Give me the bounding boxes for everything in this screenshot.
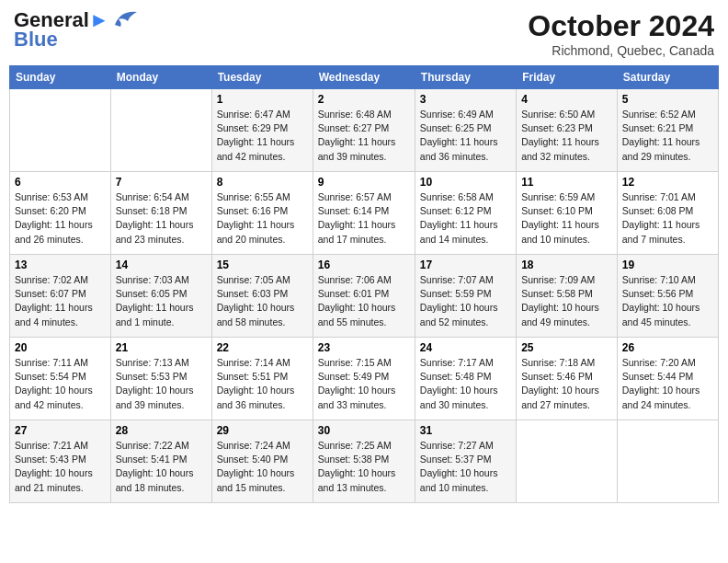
day-number: 3 <box>420 93 511 106</box>
day-number: 21 <box>116 341 207 354</box>
day-info: Sunrise: 7:01 AMSunset: 6:08 PMDaylight:… <box>622 190 713 247</box>
title-block: October 2024 Richmond, Quebec, Canada <box>528 9 714 58</box>
calendar-cell: 21 Sunrise: 7:13 AMSunset: 5:53 PMDaylig… <box>110 338 211 420</box>
day-number: 1 <box>217 93 308 106</box>
calendar-cell: 18 Sunrise: 7:09 AMSunset: 5:58 PMDaylig… <box>517 255 618 338</box>
calendar-cell: 14 Sunrise: 7:03 AMSunset: 6:05 PMDaylig… <box>110 255 211 338</box>
calendar-week-5: 27 Sunrise: 7:21 AMSunset: 5:43 PMDaylig… <box>10 420 719 503</box>
day-info: Sunrise: 6:52 AMSunset: 6:21 PMDaylight:… <box>622 108 713 164</box>
day-info: Sunrise: 6:48 AMSunset: 6:27 PMDaylight:… <box>318 108 410 164</box>
calendar-cell: 24 Sunrise: 7:17 AMSunset: 5:48 PMDaylig… <box>415 338 516 420</box>
day-number: 23 <box>318 341 410 354</box>
day-info: Sunrise: 6:55 AMSunset: 6:16 PMDaylight:… <box>217 190 308 247</box>
location-text: Richmond, Quebec, Canada <box>528 43 714 58</box>
calendar-cell: 19 Sunrise: 7:10 AMSunset: 5:56 PMDaylig… <box>617 255 718 338</box>
day-info: Sunrise: 7:13 AMSunset: 5:53 PMDaylight:… <box>116 356 207 412</box>
day-number: 6 <box>15 176 106 189</box>
calendar-cell: 29 Sunrise: 7:24 AMSunset: 5:40 PMDaylig… <box>211 420 313 503</box>
calendar-cell: 22 Sunrise: 7:14 AMSunset: 5:51 PMDaylig… <box>211 338 313 420</box>
day-info: Sunrise: 7:02 AMSunset: 6:07 PMDaylight:… <box>15 273 106 329</box>
weekday-header-friday: Friday <box>517 66 618 89</box>
day-number: 22 <box>217 341 308 354</box>
calendar-cell: 23 Sunrise: 7:15 AMSunset: 5:49 PMDaylig… <box>313 338 415 420</box>
day-info: Sunrise: 7:25 AMSunset: 5:38 PMDaylight:… <box>318 439 410 495</box>
calendar-week-2: 6 Sunrise: 6:53 AMSunset: 6:20 PMDayligh… <box>10 172 719 255</box>
calendar-cell: 17 Sunrise: 7:07 AMSunset: 5:59 PMDaylig… <box>415 255 516 338</box>
calendar-cell: 13 Sunrise: 7:02 AMSunset: 6:07 PMDaylig… <box>10 255 111 338</box>
day-number: 29 <box>217 424 308 437</box>
day-info: Sunrise: 7:17 AMSunset: 5:48 PMDaylight:… <box>420 356 511 412</box>
calendar-week-1: 1 Sunrise: 6:47 AMSunset: 6:29 PMDayligh… <box>10 89 719 172</box>
page-header: General► Blue October 2024 Richmond, Que… <box>9 9 719 58</box>
calendar-cell: 16 Sunrise: 7:06 AMSunset: 6:01 PMDaylig… <box>313 255 415 338</box>
day-info: Sunrise: 7:20 AMSunset: 5:44 PMDaylight:… <box>622 356 713 412</box>
day-number: 31 <box>420 424 511 437</box>
day-info: Sunrise: 7:22 AMSunset: 5:41 PMDaylight:… <box>116 439 207 495</box>
calendar-cell: 2 Sunrise: 6:48 AMSunset: 6:27 PMDayligh… <box>313 89 415 172</box>
day-number: 14 <box>116 259 207 271</box>
day-number: 24 <box>420 341 511 354</box>
day-info: Sunrise: 6:50 AMSunset: 6:23 PMDaylight:… <box>521 108 612 164</box>
calendar-cell: 31 Sunrise: 7:27 AMSunset: 5:37 PMDaylig… <box>415 420 516 503</box>
day-info: Sunrise: 7:18 AMSunset: 5:46 PMDaylight:… <box>521 356 612 412</box>
day-info: Sunrise: 7:10 AMSunset: 5:56 PMDaylight:… <box>622 273 713 329</box>
day-info: Sunrise: 7:27 AMSunset: 5:37 PMDaylight:… <box>420 439 511 495</box>
calendar-cell: 20 Sunrise: 7:11 AMSunset: 5:54 PMDaylig… <box>10 338 111 420</box>
calendar-cell: 25 Sunrise: 7:18 AMSunset: 5:46 PMDaylig… <box>517 338 618 420</box>
day-info: Sunrise: 6:53 AMSunset: 6:20 PMDaylight:… <box>15 190 106 247</box>
day-number: 16 <box>318 259 410 271</box>
calendar-cell: 30 Sunrise: 7:25 AMSunset: 5:38 PMDaylig… <box>313 420 415 503</box>
weekday-header-monday: Monday <box>110 66 211 89</box>
day-number: 8 <box>217 176 308 189</box>
calendar-header-row: SundayMondayTuesdayWednesdayThursdayFrid… <box>10 66 719 89</box>
day-number: 13 <box>15 259 106 271</box>
calendar-cell: 4 Sunrise: 6:50 AMSunset: 6:23 PMDayligh… <box>517 89 618 172</box>
day-number: 20 <box>15 341 106 354</box>
day-info: Sunrise: 6:54 AMSunset: 6:18 PMDaylight:… <box>116 190 207 247</box>
calendar-cell: 7 Sunrise: 6:54 AMSunset: 6:18 PMDayligh… <box>110 172 211 255</box>
day-info: Sunrise: 6:47 AMSunset: 6:29 PMDaylight:… <box>217 108 308 164</box>
day-info: Sunrise: 7:14 AMSunset: 5:51 PMDaylight:… <box>217 356 308 412</box>
weekday-header-thursday: Thursday <box>415 66 516 89</box>
calendar-cell: 27 Sunrise: 7:21 AMSunset: 5:43 PMDaylig… <box>10 420 111 503</box>
day-info: Sunrise: 7:07 AMSunset: 5:59 PMDaylight:… <box>420 273 511 329</box>
calendar-cell: 6 Sunrise: 6:53 AMSunset: 6:20 PMDayligh… <box>10 172 111 255</box>
logo: General► Blue <box>14 9 137 52</box>
weekday-header-sunday: Sunday <box>10 66 111 89</box>
day-info: Sunrise: 7:21 AMSunset: 5:43 PMDaylight:… <box>15 439 106 495</box>
calendar-cell: 8 Sunrise: 6:55 AMSunset: 6:16 PMDayligh… <box>211 172 313 255</box>
day-info: Sunrise: 7:15 AMSunset: 5:49 PMDaylight:… <box>318 356 410 412</box>
calendar-cell: 9 Sunrise: 6:57 AMSunset: 6:14 PMDayligh… <box>313 172 415 255</box>
day-number: 15 <box>217 259 308 271</box>
weekday-header-wednesday: Wednesday <box>313 66 415 89</box>
day-number: 2 <box>318 93 410 106</box>
day-number: 25 <box>521 341 612 354</box>
calendar-table: SundayMondayTuesdayWednesdayThursdayFrid… <box>9 65 719 503</box>
day-info: Sunrise: 6:58 AMSunset: 6:12 PMDaylight:… <box>420 190 511 247</box>
day-info: Sunrise: 7:24 AMSunset: 5:40 PMDaylight:… <box>217 439 308 495</box>
day-info: Sunrise: 7:09 AMSunset: 5:58 PMDaylight:… <box>521 273 612 329</box>
day-number: 26 <box>622 341 713 354</box>
weekday-header-saturday: Saturday <box>617 66 718 89</box>
calendar-cell: 1 Sunrise: 6:47 AMSunset: 6:29 PMDayligh… <box>211 89 313 172</box>
logo-bird-icon <box>111 8 137 29</box>
calendar-cell: 15 Sunrise: 7:05 AMSunset: 6:03 PMDaylig… <box>211 255 313 338</box>
calendar-cell: 10 Sunrise: 6:58 AMSunset: 6:12 PMDaylig… <box>415 172 516 255</box>
calendar-cell: 12 Sunrise: 7:01 AMSunset: 6:08 PMDaylig… <box>617 172 718 255</box>
calendar-cell: 11 Sunrise: 6:59 AMSunset: 6:10 PMDaylig… <box>517 172 618 255</box>
day-number: 18 <box>521 259 612 271</box>
day-number: 19 <box>622 259 713 271</box>
logo-blue-text: Blue <box>14 28 58 52</box>
day-number: 9 <box>318 176 410 189</box>
calendar-cell: 26 Sunrise: 7:20 AMSunset: 5:44 PMDaylig… <box>617 338 718 420</box>
day-number: 4 <box>521 93 612 106</box>
calendar-cell: 28 Sunrise: 7:22 AMSunset: 5:41 PMDaylig… <box>110 420 211 503</box>
calendar-cell: 5 Sunrise: 6:52 AMSunset: 6:21 PMDayligh… <box>617 89 718 172</box>
calendar-cell <box>10 89 111 172</box>
day-number: 5 <box>622 93 713 106</box>
day-number: 10 <box>420 176 511 189</box>
calendar-cell <box>617 420 718 503</box>
day-info: Sunrise: 6:49 AMSunset: 6:25 PMDaylight:… <box>420 108 511 164</box>
calendar-cell: 3 Sunrise: 6:49 AMSunset: 6:25 PMDayligh… <box>415 89 516 172</box>
day-info: Sunrise: 7:03 AMSunset: 6:05 PMDaylight:… <box>116 273 207 329</box>
